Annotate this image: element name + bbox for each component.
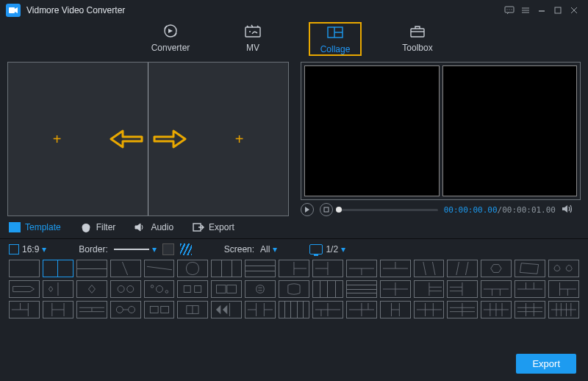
template-thumb[interactable] [110, 301, 141, 318]
add-media-icon: + [235, 131, 244, 148]
chevron-down-icon: ▾ [273, 244, 277, 254]
nav-collage[interactable]: Collage [309, 22, 362, 56]
play-button[interactable] [301, 203, 314, 216]
template-thumb[interactable] [43, 260, 74, 277]
template-thumb[interactable] [76, 260, 107, 277]
template-thumb[interactable] [346, 301, 377, 318]
template-thumb[interactable] [414, 280, 445, 298]
nav-converter[interactable]: Converter [144, 22, 197, 56]
template-thumb[interactable] [279, 301, 309, 318]
svg-rect-20 [324, 207, 329, 212]
template-thumb[interactable] [380, 280, 411, 298]
template-thumb[interactable] [76, 301, 107, 318]
border-pattern-picker[interactable] [180, 243, 192, 255]
minimize-icon[interactable] [534, 4, 550, 17]
template-thumb[interactable] [177, 280, 208, 298]
maximize-icon[interactable] [550, 4, 566, 17]
template-thumb[interactable] [144, 260, 175, 277]
template-thumb[interactable] [43, 301, 74, 318]
template-thumb[interactable] [346, 280, 377, 298]
template-thumb[interactable] [279, 280, 309, 298]
template-thumb[interactable] [211, 280, 242, 298]
template-thumb[interactable] [76, 280, 107, 298]
stop-button[interactable] [320, 203, 333, 216]
template-thumb[interactable] [211, 301, 242, 318]
template-thumb[interactable] [9, 260, 40, 277]
template-thumb[interactable] [9, 301, 40, 318]
filter-icon [80, 222, 92, 232]
progress-bar[interactable] [339, 209, 438, 211]
template-thumb[interactable] [380, 260, 411, 277]
border-line-preview [114, 249, 149, 250]
template-thumb[interactable] [514, 280, 545, 298]
template-thumb[interactable] [414, 260, 445, 277]
template-icon [9, 222, 21, 232]
svg-rect-46 [195, 286, 201, 293]
svg-rect-13 [245, 27, 260, 37]
svg-rect-78 [150, 307, 158, 313]
template-thumb[interactable] [514, 260, 545, 277]
screen-value: All [260, 244, 270, 254]
template-thumb[interactable] [380, 301, 411, 318]
template-thumb[interactable] [346, 260, 377, 277]
add-media-icon: + [53, 131, 62, 148]
feedback-icon[interactable] [501, 4, 517, 17]
template-thumb[interactable] [9, 280, 40, 298]
template-thumb[interactable] [144, 280, 175, 298]
template-thumb[interactable] [414, 301, 445, 318]
template-thumb[interactable] [211, 260, 242, 277]
template-thumb[interactable] [110, 260, 141, 277]
svg-rect-48 [227, 285, 237, 293]
template-thumb[interactable] [312, 260, 343, 277]
chevron-down-icon: ▾ [152, 244, 157, 254]
template-thumb[interactable] [110, 280, 141, 298]
template-thumb[interactable] [177, 301, 208, 318]
aspect-ratio-dropdown[interactable]: 16:9 ▾ [9, 244, 46, 254]
collage-slot-left[interactable]: + [8, 63, 148, 216]
template-thumb[interactable] [481, 280, 512, 298]
template-thumb[interactable] [245, 280, 276, 298]
template-thumb[interactable] [245, 260, 276, 277]
border-style-dropdown[interactable]: ▾ [114, 244, 157, 254]
main-nav: Converter MV Collage Toolbox [0, 21, 588, 62]
template-thumb[interactable] [447, 280, 478, 298]
template-thumb[interactable] [514, 301, 545, 318]
sub-tab-audio[interactable]: Audio [135, 222, 173, 232]
template-thumb[interactable] [279, 260, 309, 277]
template-thumb[interactable] [481, 301, 512, 318]
border-color-picker[interactable] [162, 243, 174, 255]
template-thumb[interactable] [447, 260, 478, 277]
close-icon[interactable] [566, 4, 582, 17]
export-button[interactable]: Export [516, 354, 576, 374]
sub-tab-export[interactable]: Export [193, 222, 234, 232]
nav-toolbox[interactable]: Toolbox [391, 22, 444, 56]
sub-tab-filter[interactable]: Filter [80, 222, 116, 232]
template-thumb[interactable] [481, 260, 512, 277]
border-label: Border: [79, 244, 107, 254]
template-thumb[interactable] [447, 301, 478, 318]
menu-icon[interactable] [517, 4, 534, 17]
volume-icon[interactable] [562, 204, 573, 216]
collage-edit-panel: + + [7, 62, 289, 216]
template-thumb[interactable] [548, 260, 579, 277]
template-thumb[interactable] [245, 301, 276, 318]
template-thumb[interactable] [548, 280, 579, 298]
progress-handle[interactable] [336, 207, 342, 213]
arrow-annotation-left [110, 128, 143, 150]
template-thumb[interactable] [43, 280, 74, 298]
nav-mv[interactable]: MV [226, 22, 279, 56]
template-toolbar: 16:9 ▾ Border: ▾ Screen: All ▾ 1/2 ▾ [0, 239, 588, 260]
svg-point-4 [511, 9, 512, 10]
sub-tabs: Template Filter Audio Export [0, 216, 588, 239]
collage-slot-right[interactable]: + [148, 63, 288, 216]
template-thumb[interactable] [144, 301, 175, 318]
audio-icon [135, 222, 146, 232]
sub-tab-template[interactable]: Template [9, 222, 61, 232]
page-selector[interactable]: 1/2 ▾ [309, 244, 345, 254]
template-thumb[interactable] [548, 301, 579, 318]
template-thumb[interactable] [312, 280, 343, 298]
template-thumb[interactable] [177, 260, 208, 277]
template-thumb[interactable] [312, 301, 343, 318]
screen-dropdown[interactable]: All ▾ [260, 244, 277, 254]
sub-tab-label: Export [209, 222, 234, 232]
